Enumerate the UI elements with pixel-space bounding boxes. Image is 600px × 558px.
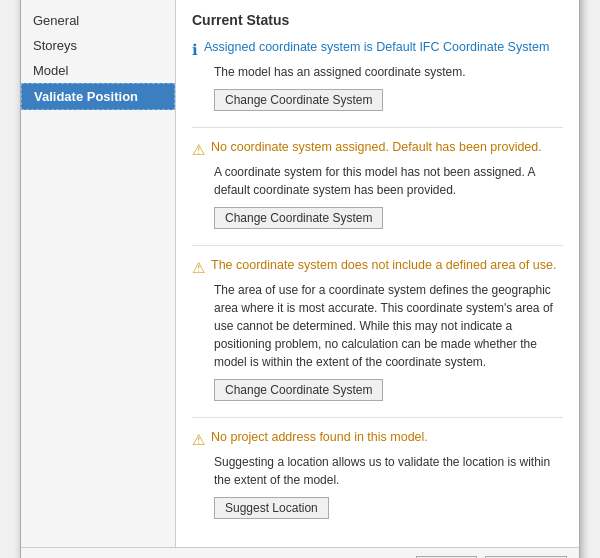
file-properties-dialog: File Properties: .ifc ✕ General Storeys … <box>20 0 580 558</box>
section-title: Current Status <box>192 12 563 28</box>
suggest-location-button[interactable]: Suggest Location <box>214 497 329 519</box>
status-block-0: ℹ Assigned coordinate system is Default … <box>192 40 563 111</box>
status-desc-3: Suggesting a location allows us to valid… <box>214 453 563 489</box>
dialog-body: General Storeys Model Validate Position … <box>21 0 579 547</box>
warn-icon-1: ⚠ <box>192 141 205 159</box>
status-header-1: ⚠ No coordinate system assigned. Default… <box>192 140 563 159</box>
main-content: Current Status ℹ Assigned coordinate sys… <box>176 0 579 547</box>
change-coord-button-1[interactable]: Change Coordinate System <box>214 207 383 229</box>
divider-1 <box>192 245 563 246</box>
status-headline-1: No coordinate system assigned. Default h… <box>211 140 542 154</box>
status-headline-0: Assigned coordinate system is Default IF… <box>204 40 549 54</box>
sidebar-item-model[interactable]: Model <box>21 58 175 83</box>
info-icon-0: ℹ <box>192 41 198 59</box>
change-coord-button-0[interactable]: Change Coordinate System <box>214 89 383 111</box>
status-header-3: ⚠ No project address found in this model… <box>192 430 563 449</box>
status-block-3: ⚠ No project address found in this model… <box>192 430 563 519</box>
status-block-2: ⚠ The coordinate system does not include… <box>192 258 563 401</box>
status-desc-0: The model has an assigned coordinate sys… <box>214 63 563 81</box>
sidebar-item-validate-position[interactable]: Validate Position <box>21 83 175 110</box>
status-headline-2: The coordinate system does not include a… <box>211 258 556 272</box>
status-header-2: ⚠ The coordinate system does not include… <box>192 258 563 277</box>
change-coord-button-2[interactable]: Change Coordinate System <box>214 379 383 401</box>
divider-0 <box>192 127 563 128</box>
status-block-1: ⚠ No coordinate system assigned. Default… <box>192 140 563 229</box>
status-desc-2: The area of use for a coordinate system … <box>214 281 563 371</box>
warn-icon-3: ⚠ <box>192 431 205 449</box>
warn-icon-2: ⚠ <box>192 259 205 277</box>
divider-2 <box>192 417 563 418</box>
status-headline-3: No project address found in this model. <box>211 430 428 444</box>
status-header-0: ℹ Assigned coordinate system is Default … <box>192 40 563 59</box>
status-desc-1: A coordinate system for this model has n… <box>214 163 563 199</box>
sidebar-item-storeys[interactable]: Storeys <box>21 33 175 58</box>
sidebar-item-general[interactable]: General <box>21 8 175 33</box>
sidebar: General Storeys Model Validate Position <box>21 0 176 547</box>
dialog-footer: OK Cancel <box>21 547 579 558</box>
